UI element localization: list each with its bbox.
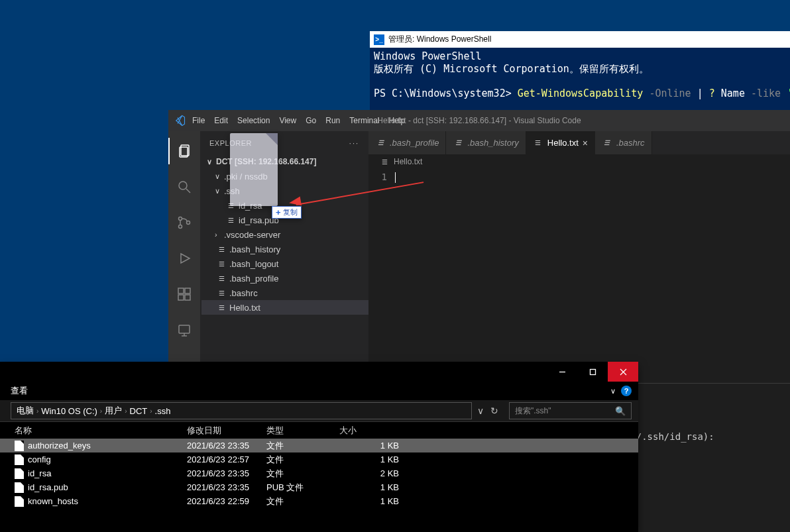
editor-body[interactable]: 1 [368,169,790,383]
search-icon: 🔍 [615,406,626,416]
file-icon [216,275,227,282]
tree-item[interactable]: Hello.txt [201,300,368,315]
editor-tab[interactable]: Hello.txt× [526,131,595,154]
breadcrumb-segment[interactable]: Win10 OS (C:) [41,406,97,416]
file-row[interactable]: id_rsa.pub2021/6/23 23:35PUB 文件1 KB [0,480,638,494]
vscode-logo-icon [174,115,186,127]
menu-selection[interactable]: Selection [237,116,270,125]
menu-run[interactable]: Run [325,116,340,125]
tree-item[interactable]: .bash_logout [201,256,368,271]
address-refresh-icon[interactable]: ↻ [490,405,498,416]
close-button[interactable] [608,362,638,382]
breadcrumb-segment[interactable]: 用户 [105,405,122,417]
file-name: id_rsa [28,468,51,478]
file-icon [15,468,24,479]
file-name: known_hosts [28,496,78,506]
activity-search-icon[interactable] [168,174,200,200]
vscode-window-title: Hello.txt - dct [SSH: 192.168.66.147] - … [377,116,581,125]
address-dropdown-icon[interactable]: ∨ [477,405,484,416]
search-placeholder: 搜索".ssh" [515,405,551,417]
file-icon [379,158,390,166]
help-icon[interactable]: ? [621,386,632,396]
vscode-titlebar[interactable]: File Edit Selection View Go Run Terminal… [168,110,790,131]
search-input[interactable]: 搜索".ssh" 🔍 [509,402,632,419]
ribbon-tab-view[interactable]: 查看 [11,385,28,397]
file-icon [15,454,24,465]
editor-tab[interactable]: .bash_history [446,131,526,154]
maximize-button[interactable] [577,362,608,382]
breadcrumb-segment[interactable]: 电脑 [17,405,34,417]
menu-go[interactable]: Go [306,116,316,125]
breadcrumb-segment[interactable]: .ssh [155,406,171,416]
menu-terminal[interactable]: Terminal [349,116,379,125]
file-name: authorized_keys [28,441,91,451]
file-name: id_rsa.pub [28,482,68,492]
svg-line-3 [186,189,190,193]
tree-item[interactable]: ›.vscode-server [201,227,368,242]
chevron-right-icon: › [150,407,152,415]
minimize-button[interactable] [547,362,577,382]
tree-item-label: .pki / nssdb [224,172,268,182]
tree-item[interactable]: .bashrc [201,286,368,300]
file-icon [533,139,543,146]
svg-point-4 [179,217,182,221]
breadcrumb-segment[interactable]: DCT [130,406,148,416]
col-date[interactable]: 修改日期 [187,425,266,437]
activity-debug-icon[interactable] [168,245,200,272]
tab-label: .bashrc [616,138,645,148]
sidebar-more-icon[interactable]: ··· [349,139,359,147]
file-icon [602,139,612,146]
breadcrumb[interactable]: Hello.txt [368,154,790,169]
activity-explorer-icon[interactable] [168,138,200,164]
file-icon [15,441,24,451]
activity-scm-icon[interactable] [168,209,200,236]
file-name: config [28,454,51,464]
file-row[interactable]: known_hosts2021/6/23 22:59文件1 KB [0,494,638,508]
file-row[interactable]: id_rsa2021/6/23 23:35文件2 KB [0,466,638,480]
tree-root-label: DCT [SSH: 192.168.66.147] [216,157,316,166]
editor-tab[interactable]: .bashrc [595,131,652,154]
column-headers[interactable]: 名称 修改日期 类型 大小 [0,421,638,439]
tab-label: .bash_history [467,138,518,148]
file-icon [216,246,227,253]
col-size[interactable]: 大小 [339,425,406,437]
powershell-titlebar[interactable]: >_ 管理员: Windows PowerShell [370,31,790,48]
menu-view[interactable]: View [279,116,296,125]
editor-tab[interactable]: .bash_profile [368,131,446,154]
chevron-right-icon: › [125,407,127,415]
chevron-right-icon: › [36,407,38,415]
menu-file[interactable]: File [192,116,205,125]
svg-point-5 [179,225,182,229]
file-tree: ∨ DCT [SSH: 192.168.66.147] ∨.pki / nssd… [200,154,368,315]
tree-root[interactable]: ∨ DCT [SSH: 192.168.66.147] [201,154,368,169]
explorer-ribbon: 查看 ∨ ? [0,382,638,400]
copy-badge: + 复制 [272,206,302,219]
svg-rect-8 [178,288,184,293]
explorer-titlebar[interactable] [0,362,638,382]
activity-extensions-icon[interactable] [168,281,200,307]
file-row[interactable]: config2021/6/23 22:57文件1 KB [0,452,638,466]
tree-item[interactable]: .bash_history [201,242,368,256]
tree-item[interactable]: ∨.pki / nssdb [201,169,368,184]
powershell-title: 管理员: Windows PowerShell [388,34,491,45]
tree-item[interactable]: .bash_profile [201,271,368,286]
file-explorer-window: 查看 ∨ ? 电脑›Win10 OS (C:)›用户›DCT›.ssh ∨ ↻ … [0,362,638,532]
powershell-body[interactable]: Windows PowerShell 版权所有 (C) Microsoft Co… [370,48,790,103]
tree-item-label: .ssh [224,186,240,196]
col-type[interactable]: 类型 [266,425,339,437]
menu-edit[interactable]: Edit [214,116,228,125]
close-icon[interactable]: × [583,138,588,148]
powershell-window: >_ 管理员: Windows PowerShell Windows Power… [370,31,790,111]
copy-label: 复制 [283,207,298,217]
ribbon-expand-icon[interactable]: ∨ [610,387,616,396]
svg-point-6 [187,221,190,225]
svg-point-2 [179,182,187,189]
file-list: authorized_keys2021/6/23 23:35文件1 KBconf… [0,439,638,532]
address-bar[interactable]: 电脑›Win10 OS (C:)›用户›DCT›.ssh [11,402,472,419]
editor-tabs: .bash_profile.bash_historyHello.txt×.bas… [368,131,790,154]
col-name[interactable]: 名称 [15,425,187,437]
tree-item-label: .bash_history [229,244,280,254]
file-icon [225,202,236,209]
activity-remote-icon[interactable] [168,317,200,343]
file-row[interactable]: authorized_keys2021/6/23 23:35文件1 KB [0,439,638,452]
